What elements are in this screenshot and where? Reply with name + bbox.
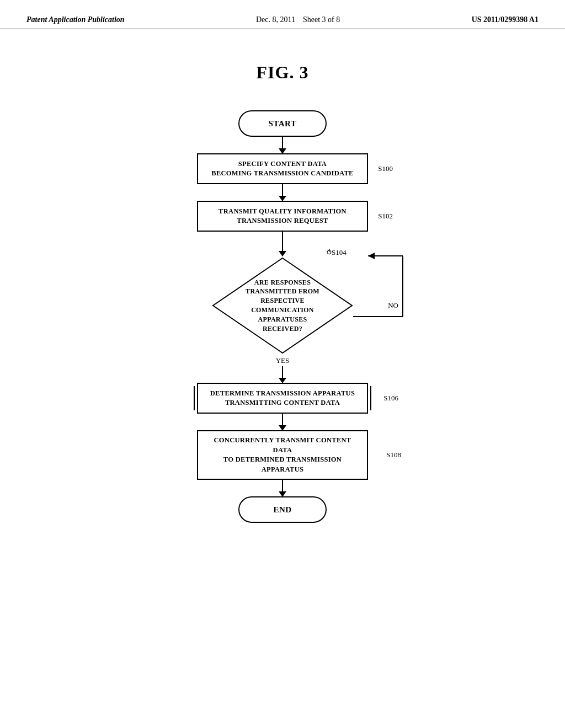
- step-s100-box: SPECIFY CONTENT DATABECOMING TRANSMISSIO…: [197, 153, 368, 184]
- s108-label-text: S108: [386, 451, 401, 459]
- no-label-text: NO: [388, 301, 398, 309]
- arrow-to-diamond: [282, 243, 283, 256]
- yes-label-text: YES: [276, 356, 290, 365]
- header-center: Dec. 8, 2011 Sheet 3 of 8: [256, 15, 340, 24]
- step-s108-label: S108: [386, 451, 401, 459]
- end-label: END: [273, 505, 291, 515]
- s104-label-text: ⥀S104: [327, 248, 347, 256]
- start-wrapper: START: [0, 110, 565, 137]
- no-label: NO: [388, 301, 398, 310]
- start-terminal: START: [238, 110, 327, 137]
- step-s106-box: DETERMINE TRANSMISSION APPARATUSTRANSMIT…: [197, 383, 368, 414]
- yes-label: YES: [276, 356, 290, 365]
- arrow-s100-s102: [282, 184, 283, 201]
- end-terminal: END: [238, 496, 327, 523]
- figure-title: FIG. 3: [0, 62, 565, 83]
- step-s108-row: CONCURRENTLY TRANSMIT CONTENT DATATO DET…: [0, 430, 565, 480]
- step-s106-text: DETERMINE TRANSMISSION APPARATUSTRANSMIT…: [210, 389, 355, 408]
- diamond-section: ⥀S104 ARE RESPONSESTRANSMITTED FROM RESP…: [0, 232, 565, 366]
- step-s108-box: CONCURRENTLY TRANSMIT CONTENT DATATO DET…: [197, 430, 368, 480]
- step-s102-box: TRANSMIT QUALITY INFORMATIONTRANSMISSION…: [197, 201, 368, 232]
- date-label: Dec. 8, 2011: [256, 15, 295, 24]
- step-s102-label: S102: [378, 212, 393, 221]
- step-s100-text: SPECIFY CONTENT DATABECOMING TRANSMISSIO…: [211, 159, 354, 179]
- arrow-s108-end: [282, 480, 283, 496]
- step-s104-text: ARE RESPONSESTRANSMITTED FROM RESPECTIVE…: [238, 278, 327, 334]
- s106-label-text: S106: [383, 394, 398, 402]
- flowchart: START SPECIFY CONTENT DATABECOMING TRANS…: [0, 110, 565, 523]
- step-s106-row: DETERMINE TRANSMISSION APPARATUSTRANSMIT…: [0, 383, 565, 414]
- sheet-label: Sheet 3 of 8: [303, 15, 340, 24]
- step-s100-row: SPECIFY CONTENT DATABECOMING TRANSMISSIO…: [0, 153, 565, 184]
- arrow-s104-s106: [282, 366, 283, 383]
- step-s106-label: S106: [383, 394, 398, 403]
- step-s108-text: CONCURRENTLY TRANSMIT CONTENT DATATO DET…: [205, 436, 360, 474]
- patent-number: US 2011/0299398 A1: [472, 15, 539, 24]
- s102-label-text: S102: [378, 212, 393, 220]
- start-label: START: [269, 119, 297, 129]
- step-s100-label: S100: [378, 164, 393, 173]
- step-s104-row: ARE RESPONSESTRANSMITTED FROM RESPECTIVE…: [0, 256, 565, 355]
- step-s104-diamond: ARE RESPONSESTRANSMITTED FROM RESPECTIVE…: [211, 256, 354, 355]
- publication-label: Patent Application Publication: [26, 15, 125, 24]
- end-wrapper: END: [0, 496, 565, 523]
- step-s102-text: TRANSMIT QUALITY INFORMATIONTRANSMISSION…: [218, 207, 347, 226]
- page-header: Patent Application Publication Dec. 8, 2…: [0, 0, 565, 29]
- step-s102-row: TRANSMIT QUALITY INFORMATIONTRANSMISSION…: [0, 201, 565, 232]
- arrow-s106-s108: [282, 414, 283, 430]
- arrow-start-s100: [282, 137, 283, 153]
- s100-label-text: S100: [378, 164, 393, 173]
- arrow-s102-s104-top: [282, 232, 283, 243]
